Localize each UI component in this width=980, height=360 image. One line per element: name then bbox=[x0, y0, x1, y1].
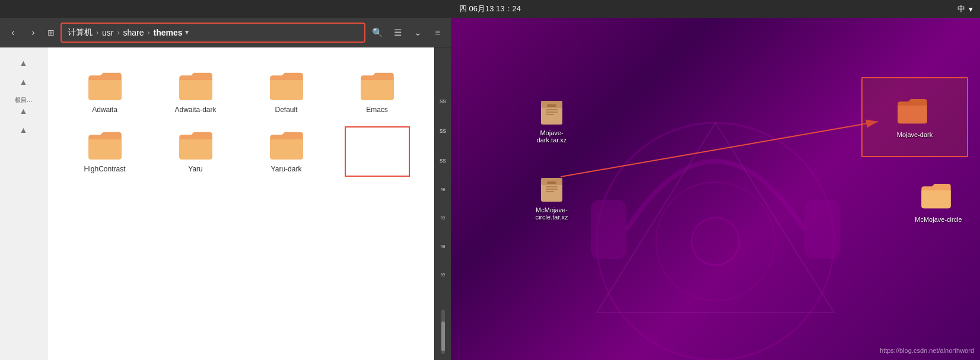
breadcrumb-dropdown-arrow[interactable]: ▾ bbox=[185, 28, 189, 36]
panel-label-5: re bbox=[439, 212, 446, 223]
sidebar-item-eject-1[interactable]: ▲ bbox=[0, 53, 47, 72]
search-button[interactable]: 🔍 bbox=[369, 24, 386, 41]
fm-toolbar: ‹ › ⊞ 计算机 › usr › share › themes ▾ 🔍 ☰ ⌄ bbox=[0, 18, 451, 47]
svg-rect-19 bbox=[546, 191, 554, 192]
svg-rect-11 bbox=[546, 109, 558, 110]
svg-rect-4 bbox=[804, 200, 840, 259]
input-method-indicator[interactable]: 中 bbox=[957, 4, 965, 14]
svg-rect-13 bbox=[546, 114, 554, 115]
desktop-icon-label-mojave-dark-archive: Mojave-dark.tar.xz bbox=[526, 129, 578, 144]
svg-rect-12 bbox=[546, 111, 558, 113]
toolbar-right: 🔍 ☰ ⌄ ≡ bbox=[369, 24, 446, 41]
archive-icon-mcmojave bbox=[537, 176, 566, 204]
sidebar-item-eject-2[interactable]: ▲ bbox=[0, 72, 47, 91]
desktop-area: Mojave-dark.tar.xz McMojave-circle.tar.x… bbox=[451, 18, 980, 360]
folder-icon-mojave-dark-desktop bbox=[896, 97, 934, 129]
desktop-icon-mojave-dark-archive[interactable]: Mojave-dark.tar.xz bbox=[522, 95, 581, 147]
panel-label-4: re bbox=[439, 184, 446, 195]
sidebar-item-eject-4[interactable]: ▲ bbox=[0, 120, 47, 139]
desktop-icon-mojave-dark-folder[interactable]: Mojave-dark bbox=[885, 93, 944, 142]
fm-sidebar: ▲ ▲ 根目… ▲ ▲ bbox=[0, 47, 47, 360]
folder-adwaita[interactable]: Adwaita bbox=[65, 65, 144, 119]
svg-rect-16 bbox=[547, 181, 556, 184]
breadcrumb-usr[interactable]: usr bbox=[100, 28, 116, 37]
mojave-dark-selected-box: Mojave-dark bbox=[861, 77, 968, 157]
breadcrumb-computer[interactable]: 计算机 bbox=[65, 27, 95, 38]
breadcrumb-sep-2: › bbox=[116, 28, 120, 37]
folder-icon-default bbox=[268, 70, 306, 102]
desktop-icon-label-mcmojave-folder: McMojave-circle bbox=[915, 216, 962, 223]
desktop-icon-label-mojave-dark-folder: Mojave-dark bbox=[897, 131, 933, 138]
svg-rect-3 bbox=[591, 200, 626, 259]
folder-icon-adwaita bbox=[86, 70, 124, 102]
folder-adwaita-dark[interactable]: Adwaita-dark bbox=[156, 65, 235, 119]
panel-label-3: ss bbox=[438, 154, 447, 166]
csdn-watermark: https://blog.csdn.net/alnorthword bbox=[880, 347, 974, 354]
folder-icon-yaru bbox=[177, 129, 215, 161]
panel-label-2: ss bbox=[438, 125, 447, 136]
folder-icon-emacs bbox=[358, 70, 396, 102]
panel-label-1: ss bbox=[438, 95, 447, 107]
eject-icon-3: ▲ bbox=[20, 106, 28, 116]
svg-rect-18 bbox=[546, 189, 558, 190]
fm-content: Adwaita Adwaita-dark bbox=[47, 47, 434, 360]
breadcrumb-sep-3: › bbox=[146, 28, 151, 37]
fm-right-panel: ss ss ss re re re re bbox=[434, 47, 451, 360]
folder-highcontrast[interactable]: HighContrast bbox=[65, 125, 144, 178]
svg-rect-17 bbox=[546, 186, 558, 187]
folder-yaru[interactable]: Yaru bbox=[156, 125, 235, 178]
eject-icon-4: ▲ bbox=[20, 125, 28, 135]
breadcrumb: 计算机 › usr › share › themes ▾ bbox=[61, 23, 365, 43]
file-manager: ‹ › ⊞ 计算机 › usr › share › themes ▾ 🔍 ☰ ⌄ bbox=[0, 18, 451, 360]
menu-button[interactable]: ≡ bbox=[429, 24, 446, 41]
folder-icon-highcontrast bbox=[86, 129, 124, 161]
list-view-button[interactable]: ☰ bbox=[389, 24, 406, 41]
archive-icon-mojave-dark bbox=[537, 98, 566, 127]
folder-label-emacs: Emacs bbox=[366, 106, 388, 114]
empty-drop-target bbox=[345, 126, 410, 177]
svg-point-2 bbox=[692, 218, 739, 265]
empty-folder-placeholder bbox=[338, 125, 416, 178]
desktop-icon-label-mcmojave-archive: McMojave-circle.tar.xz bbox=[526, 206, 578, 221]
folder-default[interactable]: Default bbox=[247, 65, 326, 119]
back-button[interactable]: ‹ bbox=[5, 24, 21, 41]
desktop-icon-mcmojave-archive[interactable]: McMojave-circle.tar.xz bbox=[522, 172, 581, 224]
folder-label-highcontrast: HighContrast bbox=[84, 165, 125, 173]
folder-label-yaru-dark: Yaru-dark bbox=[271, 165, 302, 173]
sidebar-root-label: 根目… bbox=[15, 96, 33, 104]
panel-label-7: re bbox=[439, 269, 446, 280]
svg-rect-10 bbox=[547, 104, 556, 107]
folder-label-adwaita-dark: Adwaita-dark bbox=[174, 106, 216, 114]
folder-emacs[interactable]: Emacs bbox=[338, 65, 416, 119]
desktop-icon-mcmojave-folder[interactable]: McMojave-circle bbox=[909, 178, 968, 227]
breadcrumb-current[interactable]: themes ▾ bbox=[151, 28, 190, 37]
breadcrumb-share[interactable]: share bbox=[120, 28, 146, 37]
sidebar-item-root[interactable]: 根目… ▲ bbox=[0, 91, 47, 120]
panel-label-6: re bbox=[439, 241, 446, 251]
eject-icon-1: ▲ bbox=[20, 58, 28, 68]
folder-yaru-dark[interactable]: Yaru-dark bbox=[247, 125, 326, 178]
system-bar-right: 中 ▾ bbox=[957, 0, 973, 18]
folder-label-yaru: Yaru bbox=[188, 165, 202, 173]
eject-icon-2: ▲ bbox=[20, 77, 28, 87]
datetime-display: 四 06月13 13：24 bbox=[459, 4, 521, 14]
desktop-illustration bbox=[567, 63, 864, 360]
folder-grid: Adwaita Adwaita-dark bbox=[59, 59, 422, 184]
breadcrumb-sep-1: › bbox=[95, 28, 100, 37]
system-bar: 四 06月13 13：24 中 ▾ bbox=[0, 0, 980, 18]
folder-icon-yaru-dark bbox=[268, 129, 306, 161]
main-area: ‹ › ⊞ 计算机 › usr › share › themes ▾ 🔍 ☰ ⌄ bbox=[0, 18, 980, 360]
forward-button[interactable]: › bbox=[25, 24, 42, 41]
folder-icon-adwaita-dark bbox=[177, 70, 215, 102]
folder-label-adwaita: Adwaita bbox=[92, 106, 117, 114]
location-icon: ⊞ bbox=[45, 28, 57, 37]
folder-icon-mcmojave-desktop bbox=[919, 181, 957, 214]
folder-label-default: Default bbox=[275, 106, 297, 114]
dropdown-arrow[interactable]: ▾ bbox=[969, 5, 973, 14]
fm-body: ▲ ▲ 根目… ▲ ▲ bbox=[0, 47, 451, 360]
sort-button[interactable]: ⌄ bbox=[409, 24, 426, 41]
